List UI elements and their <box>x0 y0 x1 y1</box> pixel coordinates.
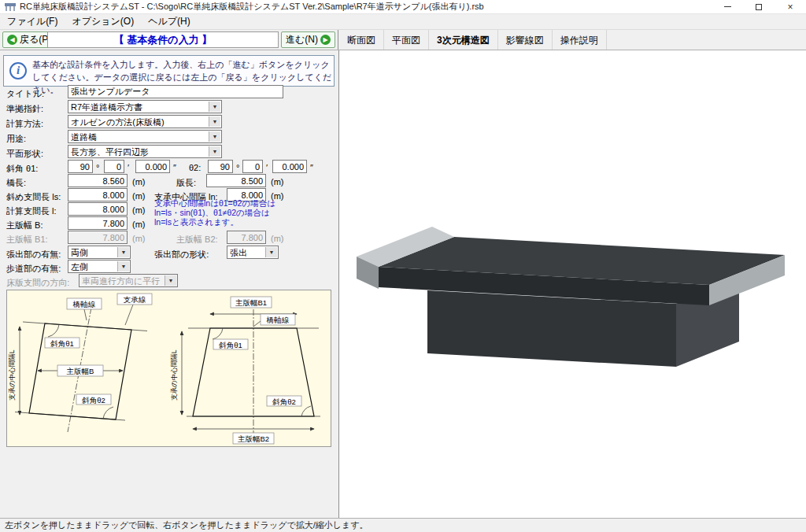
girder-front-face <box>427 290 676 367</box>
tab-help-view[interactable]: 操作説明 <box>553 30 607 50</box>
theta2-min-input[interactable] <box>242 160 263 173</box>
chevron-down-icon: ▼ <box>117 247 129 257</box>
chevron-down-icon: ▼ <box>117 261 129 272</box>
info-icon: i <box>9 62 27 79</box>
close-button[interactable]: × <box>775 0 806 14</box>
theta2-diagram-label: 斜角θ2 <box>81 396 105 405</box>
usage-label: 用途: <box>6 133 26 145</box>
status-text: 左ボタンを押したままドラッグで回転、右ボタンを押したままドラッグで拡大/縮小しま… <box>5 520 368 530</box>
sidewalk-label: 歩道部の有無: <box>6 263 61 275</box>
bridge-length-unit: (m) <box>132 177 146 187</box>
main-width-b1-unit: (m) <box>132 234 146 243</box>
theta2-deg-input[interactable] <box>208 160 233 173</box>
theta2-sec-unit: ″ <box>310 163 313 172</box>
chevron-down-icon: ▼ <box>209 131 220 142</box>
theta2-sec-input[interactable] <box>272 160 307 173</box>
menu-help[interactable]: ヘルプ(H) <box>141 13 198 30</box>
sidewalk-select[interactable]: 左側▼ <box>68 260 131 273</box>
minimize-button[interactable] <box>712 0 743 14</box>
slab-length-input[interactable] <box>206 174 266 187</box>
overhang-label: 張出部の有無: <box>6 249 61 260</box>
next-button[interactable]: 進む(N) ▶ <box>281 31 335 48</box>
info-box: i 基本的な設計条件を入力します。入力後、右上の「進む」ボタンをクリックしてくだ… <box>3 55 335 87</box>
structure-3d-view[interactable] <box>339 50 806 517</box>
theta1-sec-input[interactable] <box>135 160 170 173</box>
main-width-b2-diagram-label: 主版幅B2 <box>238 434 269 443</box>
skew-span-input[interactable] <box>68 188 128 201</box>
theta1-sec-unit: ″ <box>173 163 176 172</box>
window-title: RC単純床版橋設計システムST - C:\Sogo\RC単純床版橋設計システムS… <box>20 1 712 13</box>
main-width-label: 主版幅 B: <box>6 220 43 231</box>
skew-span-label: 斜め支間長 ls: <box>6 191 61 203</box>
chevron-down-icon: ▼ <box>209 116 220 127</box>
theta1-deg-input[interactable] <box>68 160 93 173</box>
main-width-unit: (m) <box>132 220 146 229</box>
main-width-input[interactable] <box>68 216 128 230</box>
bearing-span-diagram-label: 支承の中心間隔L <box>170 349 178 401</box>
main-width-diagram-label: 主版幅B <box>67 367 94 375</box>
plan-shape-label: 平面形状: <box>6 148 43 160</box>
method-select[interactable]: オルゼンの方法(床版橋)▼ <box>68 115 222 128</box>
chevron-down-icon: ▼ <box>165 275 176 286</box>
axis-line-label: 橋軸線 <box>72 300 96 308</box>
theta1-deg-unit: ° <box>96 163 99 172</box>
status-bar: 左ボタンを押したままドラッグで回転、右ボタンを押したままドラッグで拡大/縮小しま… <box>0 518 806 532</box>
maximize-button[interactable] <box>743 0 775 14</box>
bearing-line-label: 支承線 <box>124 295 146 304</box>
usage-select[interactable]: 道路橋▼ <box>68 130 222 143</box>
sidewalk-value: 左側 <box>71 261 88 273</box>
view-panel <box>338 50 806 518</box>
menu-file[interactable]: ファイル(F) <box>0 13 65 30</box>
overhang-shape-select[interactable]: 張出▼ <box>227 246 279 259</box>
plan-shape-diagram: 橋軸線 支承線 斜角θ1 斜角θ2 主版幅B 支承の中心間隔L <box>6 290 331 447</box>
bearing-span-diagram-label: 支承の中心間隔L <box>8 349 16 401</box>
main-width-b2-label: 主版幅 B2: <box>176 234 218 246</box>
plan-shape-diagram-svg: 橋軸線 支承線 斜角θ1 斜角θ2 主版幅B 支承の中心間隔L <box>7 290 331 446</box>
overhang-shape-label: 張出部の形状: <box>154 249 209 260</box>
theta1-min-unit: ′ <box>128 163 129 172</box>
tab-influence-line-view[interactable]: 影響線図 <box>498 30 553 50</box>
overhang-shape-value: 張出 <box>230 247 247 259</box>
skew-theta1-label: 斜角 θ1: <box>6 163 38 175</box>
plan-shape-select[interactable]: 長方形、平行四辺形▼ <box>68 145 222 158</box>
plan-diagram-right <box>182 309 320 434</box>
tab-3d-structure-view[interactable]: 3次元構造図 <box>429 30 498 50</box>
title-label: タイトル: <box>6 88 44 100</box>
overhang-value: 両側 <box>71 247 88 259</box>
input-panel: i 基本的な設計条件を入力します。入力後、右上の「進む」ボタンをクリックしてくだ… <box>0 50 338 518</box>
slab-span-dir-select: 車両進行方向に平行▼ <box>79 274 178 287</box>
guideline-value: R7年道路橋示方書 <box>71 102 142 113</box>
method-label: 計算方法: <box>6 118 43 130</box>
main-width-b2-input <box>227 231 266 244</box>
chevron-down-icon: ▼ <box>265 247 277 257</box>
plan-shape-value: 長方形、平行四辺形 <box>71 146 149 158</box>
theta2-min-unit: ′ <box>266 163 268 172</box>
bridge-length-label: 橋長: <box>6 177 26 189</box>
calc-span-label: 計算支間長 l: <box>6 205 57 217</box>
app-icon <box>5 2 16 13</box>
title-bar: RC単純床版橋設計システムST - C:\Sogo\RC単純床版橋設計システムS… <box>0 0 806 14</box>
skew-theta2-label: θ2: <box>189 163 201 172</box>
theta2-diagram-label: 斜角θ2 <box>272 397 296 406</box>
tab-plan-view[interactable]: 平面図 <box>384 30 429 50</box>
plan-diagram-left-labels: 橋軸線 支承線 斜角θ1 斜角θ2 主版幅B 支承の中心間隔L <box>8 294 152 405</box>
slab-span-dir-label: 床版支間の方向: <box>6 277 69 289</box>
theta1-min-input[interactable] <box>104 160 124 173</box>
bearing-note-line3: ln=lsと表示されます。 <box>154 217 238 228</box>
main-width-b1-label: 主版幅 B1: <box>6 234 48 246</box>
overhang-select[interactable]: 両側▼ <box>68 246 131 259</box>
calc-span-input[interactable] <box>68 202 128 216</box>
guideline-label: 準拠指針: <box>6 103 43 115</box>
page-title: 【 基本条件の入力 】 <box>47 31 279 48</box>
tab-section-view[interactable]: 断面図 <box>339 30 384 50</box>
calc-span-unit: (m) <box>132 205 146 215</box>
left-toolbar: ◀ 戻る(P) 【 基本条件の入力 】 進む(N) ▶ <box>0 30 338 50</box>
guideline-select[interactable]: R7年道路橋示方書▼ <box>68 100 222 113</box>
title-input[interactable] <box>68 85 283 98</box>
bridge-length-input[interactable] <box>68 174 128 187</box>
menu-options[interactable]: オプション(O) <box>65 13 141 30</box>
theta1-diagram-label: 斜角θ1 <box>218 341 242 349</box>
chevron-down-icon: ▼ <box>209 146 220 157</box>
theta2-deg-unit: ° <box>236 163 239 172</box>
slab-length-label: 版長: <box>176 177 196 189</box>
